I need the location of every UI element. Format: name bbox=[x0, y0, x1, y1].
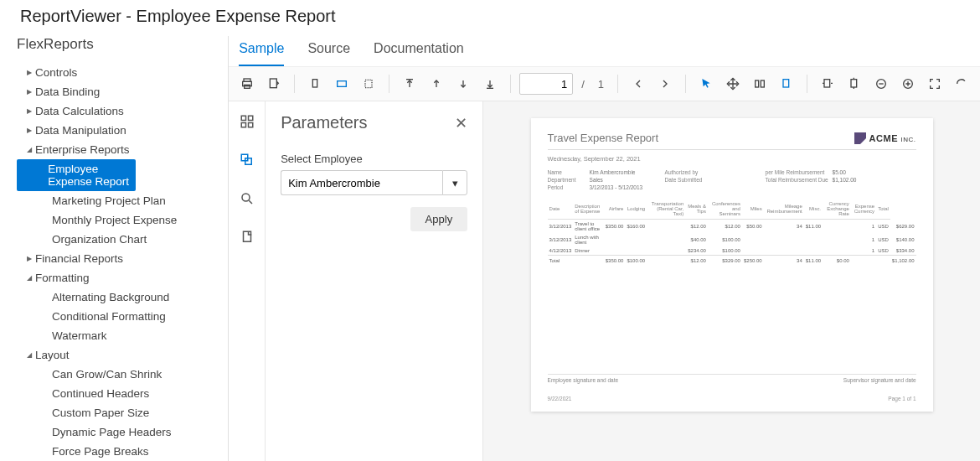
fullscreen-icon[interactable] bbox=[923, 72, 946, 96]
magnifier-tool-icon[interactable] bbox=[775, 72, 798, 96]
tab-documentation[interactable]: Documentation bbox=[374, 36, 464, 66]
tree-item[interactable]: ▶Controls bbox=[17, 63, 228, 82]
svg-rect-10 bbox=[824, 80, 830, 87]
pointer-tool-icon[interactable] bbox=[694, 72, 718, 96]
report-date: Wednesday, September 22, 2021 bbox=[548, 155, 916, 163]
caret-right-icon: ▶ bbox=[23, 127, 35, 134]
table-header: Currency Exchange Rate bbox=[823, 199, 851, 220]
employee-select-input[interactable] bbox=[281, 170, 442, 195]
tree-item[interactable]: ▶Financial Reports bbox=[17, 249, 228, 268]
page-setup-icon[interactable] bbox=[235, 225, 259, 249]
tree-item[interactable]: Marketing Project Plan bbox=[17, 191, 228, 210]
custom-page-icon[interactable] bbox=[357, 72, 380, 96]
tree-item[interactable]: Dynamic Page Headers bbox=[17, 422, 228, 442]
export-icon[interactable] bbox=[262, 72, 286, 96]
tree-item[interactable]: ▶Data Calculations bbox=[17, 101, 228, 121]
tab-source[interactable]: Source bbox=[307, 36, 350, 66]
table-header: Total bbox=[876, 199, 890, 220]
caret-right-icon: ▶ bbox=[23, 69, 35, 76]
tree-item[interactable]: Watermark bbox=[17, 326, 228, 345]
sidebar: FlexReports ▶Controls▶Data Binding▶Data … bbox=[0, 36, 228, 461]
tree-item[interactable]: ◢Formatting bbox=[17, 268, 228, 287]
tree-item[interactable]: Can Grow/Can Shrink bbox=[17, 365, 228, 384]
caret-down-icon: ◢ bbox=[23, 351, 35, 359]
tab-sample[interactable]: Sample bbox=[239, 36, 284, 66]
print-icon[interactable] bbox=[235, 72, 259, 96]
thumbnails-icon[interactable] bbox=[235, 110, 259, 133]
rubberband-tool-icon[interactable] bbox=[748, 72, 771, 96]
table-row: 3/12/2013Lunch with client$40.00$100.001… bbox=[548, 233, 916, 246]
search-icon[interactable] bbox=[235, 187, 259, 210]
caret-down-icon: ◢ bbox=[23, 274, 35, 282]
tree-item-label: Layout bbox=[35, 349, 70, 361]
svg-point-20 bbox=[242, 194, 250, 201]
tree-item-label: Force Page Breaks bbox=[52, 445, 149, 458]
svg-rect-5 bbox=[338, 81, 347, 87]
close-icon[interactable]: ✕ bbox=[455, 114, 467, 132]
company-logo: ACME INC. bbox=[854, 132, 916, 144]
tree-item[interactable]: Monthly Project Expense bbox=[17, 210, 228, 230]
tree-item-label: Custom Paper Size bbox=[52, 407, 149, 419]
chevron-down-icon[interactable]: ▾ bbox=[442, 170, 467, 195]
table-header: Lodging bbox=[625, 199, 647, 220]
tree-item[interactable]: Force Page Breaks bbox=[17, 442, 228, 461]
parameters-icon[interactable] bbox=[235, 148, 259, 172]
first-page-icon[interactable] bbox=[398, 72, 421, 96]
page-total: 1 bbox=[593, 78, 609, 91]
tree-item[interactable]: Employee Expense Report bbox=[17, 159, 136, 191]
landscape-icon[interactable] bbox=[330, 72, 353, 96]
expense-table: DateDescription of ExpenseAirfareLodging… bbox=[548, 199, 916, 265]
table-header: Mileage Reimbursement bbox=[764, 199, 804, 220]
table-header: Miles bbox=[742, 199, 764, 220]
tree-item[interactable]: Alternating Background bbox=[17, 287, 228, 307]
tree-item-label: Formatting bbox=[35, 272, 90, 284]
svg-rect-6 bbox=[365, 80, 372, 87]
svg-rect-15 bbox=[248, 116, 252, 120]
tree-item[interactable]: ◢Enterprise Reports bbox=[17, 140, 228, 159]
parameters-title: Parameters bbox=[281, 113, 367, 132]
zoom-out-icon[interactable] bbox=[869, 72, 893, 96]
svg-rect-14 bbox=[241, 116, 245, 120]
table-header: Description of Expense bbox=[573, 199, 603, 220]
last-page-icon[interactable] bbox=[478, 72, 502, 96]
tree-item[interactable]: ◢Layout bbox=[17, 345, 228, 365]
tree-item-label: Can Grow/Can Shrink bbox=[52, 368, 162, 381]
tree-item-label: Alternating Background bbox=[52, 291, 169, 303]
footer-date: 9/22/2021 bbox=[548, 396, 572, 401]
table-header: Transportation (Rental Car, Taxi) bbox=[647, 199, 685, 220]
table-header: Misc. bbox=[804, 199, 823, 220]
tree-item-label: Financial Reports bbox=[35, 252, 123, 265]
table-header: Date bbox=[548, 199, 574, 220]
table-row: 3/12/2013Travel to client office$350.00$… bbox=[548, 220, 916, 234]
tree-item[interactable]: Conditional Formatting bbox=[17, 307, 228, 326]
table-total-row: Total$350.00$100.00$12.00$329.00$250.003… bbox=[548, 256, 916, 266]
portrait-icon[interactable] bbox=[303, 72, 327, 96]
tree-item[interactable]: ▶Data Manipulation bbox=[17, 121, 228, 140]
table-header: Airfare bbox=[604, 199, 626, 220]
next-page-icon[interactable] bbox=[451, 72, 475, 96]
refresh-icon[interactable] bbox=[950, 72, 973, 96]
tree-item[interactable]: Organization Chart bbox=[17, 230, 228, 249]
report-title: Travel Expense Report bbox=[548, 132, 658, 144]
viewer-toolbar: / 1 bbox=[229, 67, 980, 101]
employee-signature-label: Employee signature and date bbox=[548, 377, 619, 383]
report-canvas[interactable]: Travel Expense Report ACME INC. Wednesda… bbox=[483, 101, 980, 461]
svg-rect-17 bbox=[248, 123, 252, 127]
fit-page-icon[interactable] bbox=[843, 72, 866, 96]
page-title: ReportViewer - Employee Expense Report bbox=[0, 0, 980, 26]
tree-item[interactable]: Custom Paper Size bbox=[17, 403, 228, 422]
pan-tool-icon[interactable] bbox=[721, 72, 745, 96]
table-row: 4/12/2013Dinner$234.00$100.001USD$334.00 bbox=[548, 246, 916, 256]
table-header: Conferences and Seminars bbox=[708, 199, 742, 220]
tree-item-label: Data Calculations bbox=[35, 105, 124, 117]
tree-item[interactable]: Continued Headers bbox=[17, 384, 228, 403]
tree-item[interactable]: ▶Data Binding bbox=[17, 82, 228, 101]
history-forward-icon[interactable] bbox=[653, 72, 677, 96]
prev-page-icon[interactable] bbox=[425, 72, 448, 96]
page-number-input[interactable] bbox=[519, 73, 573, 95]
apply-button[interactable]: Apply bbox=[410, 207, 468, 231]
zoom-in-icon[interactable] bbox=[896, 72, 920, 96]
svg-rect-2 bbox=[245, 85, 250, 88]
history-back-icon[interactable] bbox=[627, 72, 650, 96]
fit-width-icon[interactable] bbox=[816, 72, 839, 96]
